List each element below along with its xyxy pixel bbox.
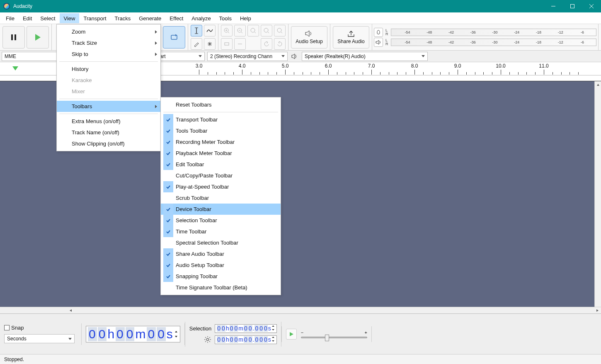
svg-marker-36 [272,329,274,330]
pause-button[interactable] [2,26,25,49]
snap-checkbox[interactable] [4,325,10,330]
silence-button[interactable] [234,38,246,50]
playback-meter[interactable]: -54-48-42-36-30-24-18-12-60 [391,39,597,46]
toolbars-menu-item[interactable]: Snapping Toolbar [161,271,281,282]
toolbars-menu-item[interactable]: Transport Toolbar [161,114,281,125]
menu-generate[interactable]: Generate [135,13,165,23]
trim-button[interactable] [221,38,233,50]
multi-tool-button[interactable] [204,38,216,50]
menu-select[interactable]: Select [36,13,59,23]
fit-project-button[interactable] [261,25,272,36]
svg-rect-1 [571,5,574,8]
zoom-out-button[interactable] [234,25,246,36]
menu-analyze[interactable]: Analyze [187,13,215,23]
draw-tool-button[interactable] [191,38,202,50]
svg-line-45 [205,341,206,342]
menu-transport[interactable]: Transport [79,13,110,23]
toolbars-menu-item[interactable]: Cut/Copy/Paste Toolbar [161,170,281,181]
undo-button[interactable] [261,38,272,50]
svg-point-37 [207,338,209,340]
menu-tools[interactable]: Tools [215,13,236,23]
view-menu-item[interactable]: Extra Menus (on/off) [57,116,160,127]
audio-setup-button[interactable]: Audio Setup [291,26,327,49]
menu-edit[interactable]: Edit [19,13,36,23]
toolbars-menu-item[interactable]: Share Audio Toolbar [161,248,281,260]
window-maximize-button[interactable] [563,0,582,12]
fit-selection-button[interactable] [247,25,259,36]
selection-tool-button[interactable] [191,25,202,36]
toolbars-menu-item[interactable]: Device Toolbar [161,204,281,215]
play-button[interactable] [27,26,49,49]
svg-line-20 [241,32,242,33]
status-text: Stopped. [4,357,24,362]
toolbars-menu-item[interactable]: Spectral Selection Toolbar [161,237,281,248]
gear-icon[interactable] [204,336,211,343]
view-menu-item: Mixer [57,86,160,97]
window-close-button[interactable] [582,0,601,12]
view-menu-item[interactable]: Track Name (on/off) [57,127,160,138]
menu-file[interactable]: File [2,13,19,23]
meters-toolbar: LR -54-48-42-36-30-24-18-12-60 LR -54-48… [372,24,599,50]
view-menu-item[interactable]: Skip to [57,49,160,60]
window-minimize-button[interactable] [544,0,563,12]
toolbars-menu-item[interactable]: Playback Meter Toolbar [161,148,281,159]
recording-device-dropdown[interactable]: nart [154,52,205,61]
menu-effect[interactable]: Effect [165,13,187,23]
selection-start-display[interactable]: 00h00m00.000s [215,324,277,333]
selection-label: Selection [189,325,211,332]
toolbars-menu-item[interactable]: Time Toolbar [161,226,281,237]
menu-help[interactable]: Help [236,13,255,23]
speaker-icon [305,30,314,37]
svg-line-25 [268,32,269,33]
playback-speed-slider[interactable]: −+ [301,330,367,338]
view-menu-item[interactable]: Toolbars [57,101,160,112]
playback-meter-icon[interactable] [374,38,383,47]
toolbars-menu-item[interactable]: Time Signature Toolbar (Beta) [161,282,281,293]
time-display[interactable]: 00h00m00s [86,326,180,342]
toolbars-menu-item[interactable]: Selection Toolbar [161,215,281,226]
snap-unit-dropdown[interactable]: Seconds [4,334,75,343]
tools-toolbar [188,24,218,50]
toolbars-menu-item[interactable]: Scrub Toolbar [161,192,281,204]
toolbars-menu-item[interactable]: Recording Meter Toolbar [161,136,281,148]
svg-point-22 [251,28,255,32]
svg-marker-32 [596,309,599,312]
toolbars-menu-item[interactable]: Audio Setup Toolbar [161,260,281,271]
titlebar: Audacity [0,0,601,12]
scroll-left-icon[interactable] [68,308,74,313]
loop-button[interactable] [163,26,185,49]
bottom-toolbar: Snap Seconds 00h00m00s Selection 00h00m0… [0,313,601,354]
recording-meter[interactable]: -54-48-42-36-30-24-18-12-60 [391,29,597,36]
view-menu-item[interactable]: Show Clipping (on/off) [57,138,160,149]
menu-tracks[interactable]: Tracks [111,13,135,23]
toolbars-submenu-dropdown: Reset ToolbarsTransport ToolbarTools Too… [160,97,281,295]
toolbars-menu-item[interactable]: Edit Toolbar [161,159,281,170]
horizontal-scrollbar[interactable] [0,307,601,313]
view-menu-item[interactable]: Zoom [57,26,160,37]
svg-rect-28 [225,43,229,45]
record-meter-icon[interactable] [374,28,383,37]
redo-button[interactable] [274,38,286,50]
playback-device-dropdown[interactable]: Speaker (Realtek(R) Audio) [302,52,428,61]
selection-end-display[interactable]: 00h00m00.000s [215,335,277,344]
svg-point-26 [277,28,281,32]
play-at-speed-button[interactable] [286,329,297,340]
svg-marker-31 [70,309,72,312]
toolbars-menu-item[interactable]: Tools Toolbar [161,125,281,136]
view-menu-item[interactable]: History [57,63,160,75]
scroll-up-icon[interactable] [595,82,601,88]
recording-channels-dropdown[interactable]: 2 (Stereo) Recording Chann [207,52,288,61]
toolbars-menu-item[interactable]: Play-at-Speed Toolbar [161,181,281,192]
toolbars-menu-item[interactable]: Reset Toolbars [161,99,281,110]
envelope-tool-button[interactable] [204,25,216,36]
scroll-right-icon[interactable] [594,308,600,313]
app-logo-icon [3,3,10,10]
svg-line-42 [205,337,206,338]
playhead-icon[interactable] [12,66,18,70]
vertical-scrollbar[interactable] [594,81,601,307]
zoom-toggle-button[interactable] [274,25,286,36]
view-menu-item[interactable]: Track Size [57,37,160,49]
share-audio-button[interactable]: Share Audio [333,26,369,49]
zoom-in-button[interactable] [221,25,233,36]
menu-view[interactable]: View [60,13,80,23]
